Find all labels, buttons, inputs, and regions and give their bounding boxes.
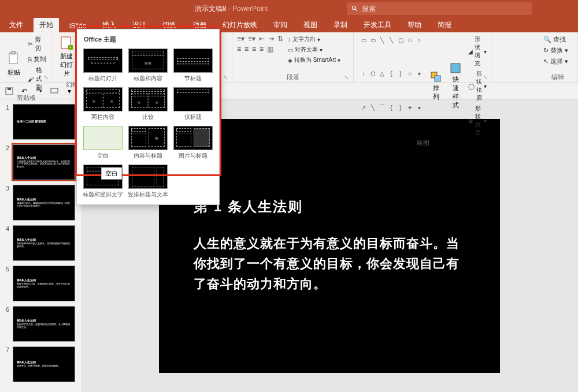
group-editing: 🔍查找 ↻替换▾ ↖选择▾ 编辑 xyxy=(538,32,578,83)
para-launcher[interactable]: ⤡ xyxy=(344,74,351,81)
fill-icon: ◢ xyxy=(468,48,473,55)
align-left-button[interactable]: ≡ xyxy=(237,45,241,53)
layout-option-3[interactable]: ▦▦两栏内容 xyxy=(81,86,124,122)
svg-line-1 xyxy=(355,9,357,11)
paste-button[interactable]: 粘贴 xyxy=(5,35,23,92)
svg-rect-2 xyxy=(9,53,17,64)
scissors-icon: ✂ xyxy=(28,40,33,48)
effects-icon: ◉ xyxy=(468,118,473,124)
bullets-button[interactable]: ≡▾ xyxy=(237,35,244,43)
tab-home[interactable]: 开始 xyxy=(34,18,59,32)
thumbnail-7[interactable]: 7第6条人生法则追求意义，而不是便利。做有价值的事情。 xyxy=(0,344,81,384)
slide-body: 人生的意义就在于为有意义的目标而奋斗。当你找到了一个有意义的目标，你会发现自己有… xyxy=(194,233,465,294)
layout-option-6[interactable]: 空白 xyxy=(81,125,124,161)
thumbnail-3[interactable]: 3第2条人生法则诚实对待自己。真诚地面对自己的优点和缺点，对自己的行为和决定负责… xyxy=(0,182,81,223)
arrange-button[interactable]: 排列 xyxy=(428,35,444,137)
layout-option-10[interactable]: 竖排标题与文本 xyxy=(127,163,169,200)
tab-record[interactable]: 录制 xyxy=(328,18,353,32)
search-placeholder: 搜索 xyxy=(362,4,376,14)
align-text-button[interactable]: ▭对齐文本▾ xyxy=(287,45,342,54)
tab-review[interactable]: 审阅 xyxy=(268,18,293,32)
tab-file[interactable]: 文件 xyxy=(3,18,29,32)
slide-thumbnails: 1生活十二法则 管理指南2第1条人生法则人生的意义就在于为有意义的目标而奋斗。当… xyxy=(0,99,81,392)
replace-icon: ↻ xyxy=(543,47,549,54)
align-text-icon: ▭ xyxy=(288,47,293,53)
tab-slideshow[interactable]: 幻灯片放映 xyxy=(217,18,263,32)
tab-view[interactable]: 视图 xyxy=(298,18,323,32)
drawing-launcher[interactable]: ⤡ xyxy=(483,74,490,81)
svg-rect-3 xyxy=(11,51,16,54)
thumbnail-1[interactable]: 1生活十二法则 管理指南 xyxy=(0,102,81,142)
shape-effects-button[interactable]: ◉形状效果▾ xyxy=(467,104,488,137)
cut-button[interactable]: ✂剪切 xyxy=(27,35,48,53)
thumbnail-6[interactable]: 6第5条人生法则在批评世界之前，先整理好自己的房间。从小事做起改善生活。 xyxy=(0,304,81,344)
svg-rect-9 xyxy=(451,64,460,73)
smartart-icon: ◈ xyxy=(288,57,292,64)
tab-brief[interactable]: 简报 xyxy=(432,18,457,32)
svg-rect-8 xyxy=(435,76,440,81)
copy-icon: ⎘ xyxy=(28,56,32,63)
numbering-button[interactable]: ≡▾ xyxy=(248,35,255,43)
text-direction-icon: ↕ xyxy=(288,36,291,43)
select-icon: ↖ xyxy=(543,58,549,65)
outline-icon: ◯ xyxy=(468,83,475,89)
justify-button[interactable]: ≡ xyxy=(260,45,264,53)
indent-inc-button[interactable]: ⇥ xyxy=(268,35,274,43)
clipboard-launcher[interactable]: ⤡ xyxy=(44,74,51,81)
title-bar: 演示文稿8 - PowerPoint 搜索 xyxy=(0,0,578,17)
layout-option-5[interactable]: 仅标题 xyxy=(172,86,214,122)
select-button[interactable]: ↖选择▾ xyxy=(542,57,573,66)
layout-option-1[interactable]: ▦▦标题和内容 xyxy=(127,47,169,84)
find-button[interactable]: 🔍查找 xyxy=(542,35,573,44)
columns-button[interactable]: ▥ xyxy=(267,45,273,53)
search-box[interactable]: 搜索 xyxy=(347,2,532,15)
shape-fill-button[interactable]: ◢形状填充▾ xyxy=(467,35,488,68)
indent-dec-button[interactable]: ⇤ xyxy=(259,35,265,43)
brush-icon: 🖌 xyxy=(28,76,34,83)
svg-point-0 xyxy=(353,6,356,10)
copy-button[interactable]: ⎘复制 xyxy=(27,54,48,64)
document-name: 演示文稿8 xyxy=(195,5,227,13)
layout-option-0[interactable]: 标题幻灯片 xyxy=(81,47,124,84)
line-spacing-button[interactable]: ⇅ xyxy=(277,35,283,43)
layout-option-8[interactable]: 图片与标题 xyxy=(172,125,214,161)
window-title: 演示文稿8 - PowerPoint xyxy=(116,4,347,14)
svg-rect-12 xyxy=(51,88,58,93)
app-name: - xyxy=(228,5,232,13)
thumbnail-2[interactable]: 2第1条人生法则人生的意义就在于为有意义的目标而奋斗。当你找到了一个有意义的目标… xyxy=(0,142,81,182)
search-icon xyxy=(351,5,358,12)
layout-option-4[interactable]: ▦▦比较 xyxy=(127,86,169,122)
group-clipboard: 粘贴 ✂剪切 ⎘复制 🖌格式刷 剪贴板 ⤡ xyxy=(0,32,53,83)
group-drawing: ▭▭╲╲▢□○ ↓⬡△{}☆▾ ↗╲⌒{}✦▾ 排列 快速样式 ◢形状填充▾ ◯… xyxy=(354,32,492,83)
layout-gallery-popup: Office 主题 标题幻灯片▦▦标题和内容节标题▦▦两栏内容▦▦比较仅标题空白… xyxy=(76,29,220,205)
text-direction-button[interactable]: ↕文字方向▾ xyxy=(287,35,342,44)
shapes-gallery[interactable]: ▭▭╲╲▢□○ ↓⬡△{}☆▾ ↗╲⌒{}✦▾ xyxy=(358,35,424,137)
align-right-button[interactable]: ≡ xyxy=(252,45,256,53)
layout-option-2[interactable]: 节标题 xyxy=(172,47,214,84)
font-launcher[interactable]: ⤡ xyxy=(223,74,230,81)
svg-text:+: + xyxy=(69,44,72,50)
tab-help[interactable]: 帮助 xyxy=(402,18,427,32)
tab-developer[interactable]: 开发工具 xyxy=(358,18,397,32)
group-paragraph: ≡▾ ≡▾ ⇤ ⇥ ⇅ ≡ ≡ ≡ ≡ ▥ ↕文字方向▾ ▭对齐文本▾ ◈转换为… xyxy=(232,32,354,83)
align-center-button[interactable]: ≡ xyxy=(244,45,249,53)
thumbnail-4[interactable]: 4第3条人生法则与那些希望你好的人交朋友。远离那些拖你后腿的消极关系。 xyxy=(0,223,81,263)
popup-title: Office 主题 xyxy=(81,34,214,47)
layout-option-7[interactable]: ▦内容与标题 xyxy=(127,125,169,161)
replace-button[interactable]: ↻替换▾ xyxy=(542,46,573,55)
quick-styles-button[interactable]: 快速样式 xyxy=(447,35,464,137)
smartart-button[interactable]: ◈转换为 SmartArt▾ xyxy=(287,55,342,65)
new-slide-button[interactable]: + 新建 幻灯片 xyxy=(58,35,75,79)
thumbnail-5[interactable]: 5第4条人生法则和昨天的自己比较，不要和别人比较，专注于自己的进步和成长。 xyxy=(0,263,81,304)
find-icon: 🔍 xyxy=(543,36,551,43)
layout-tooltip: 空白 xyxy=(101,167,122,180)
slide-heading: 第 1 条人生法则 xyxy=(194,197,465,216)
